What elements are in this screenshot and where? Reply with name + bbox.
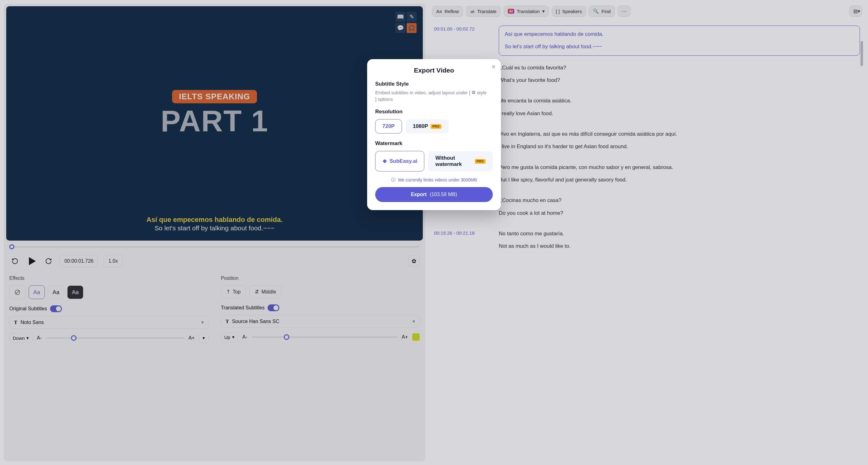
modal-title: Export Video	[375, 67, 493, 74]
pro-badge: PRO	[475, 159, 486, 164]
pro-badge: PRO	[431, 124, 441, 129]
watermark-label: Watermark	[375, 140, 493, 147]
resolution-720p[interactable]: 720P	[375, 119, 402, 134]
size-limit-info: ⓘ We currently limits videos under 3000M…	[375, 177, 493, 183]
resolution-label: Resolution	[375, 109, 493, 115]
close-icon[interactable]: ✕	[491, 63, 496, 70]
modal-overlay[interactable]: ✕ Export Video Subtitle Style Embed subt…	[0, 0, 868, 465]
resolution-1080p[interactable]: 1080P PRO	[406, 119, 448, 134]
info-icon: ⓘ	[391, 177, 396, 183]
subeasy-logo-icon: ❖	[382, 158, 387, 165]
export-video-modal: ✕ Export Video Subtitle Style Embed subt…	[367, 59, 501, 210]
watermark-subeasy[interactable]: ❖ SubEasy.ai	[375, 151, 424, 172]
watermark-none[interactable]: Without watermark PRO	[428, 151, 493, 172]
flower-icon: ✿	[472, 90, 476, 95]
export-button[interactable]: Export (103.58 MB)	[375, 187, 493, 202]
subtitle-style-desc: Embed subtitles in video, adjust layout …	[375, 90, 493, 102]
subtitle-style-label: Subtitle Style	[375, 81, 493, 87]
